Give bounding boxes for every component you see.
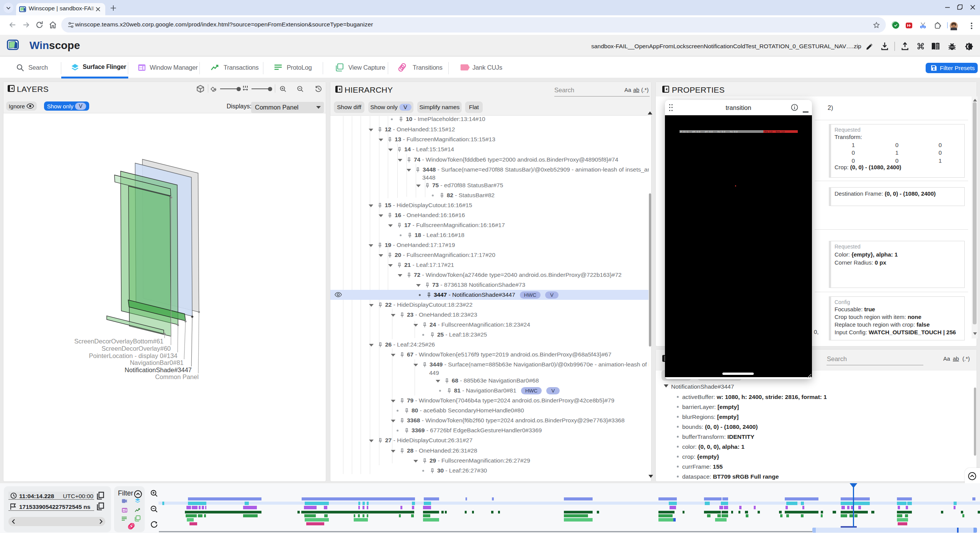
svg-text:PointerLocation - display 0#13: PointerLocation - display 0#134 <box>89 352 177 359</box>
svg-text:NavigationBar0#81: NavigationBar0#81 <box>130 359 183 366</box>
svg-text:ScreenDecorOverlay#60: ScreenDecorOverlay#60 <box>101 345 171 352</box>
svg-text:NotificationShade#3447: NotificationShade#3447 <box>125 366 192 373</box>
svg-text:ScreenDecorOverlayBottom#61: ScreenDecorOverlayBottom#61 <box>74 338 163 345</box>
svg-text:Common Panel: Common Panel <box>155 373 199 380</box>
